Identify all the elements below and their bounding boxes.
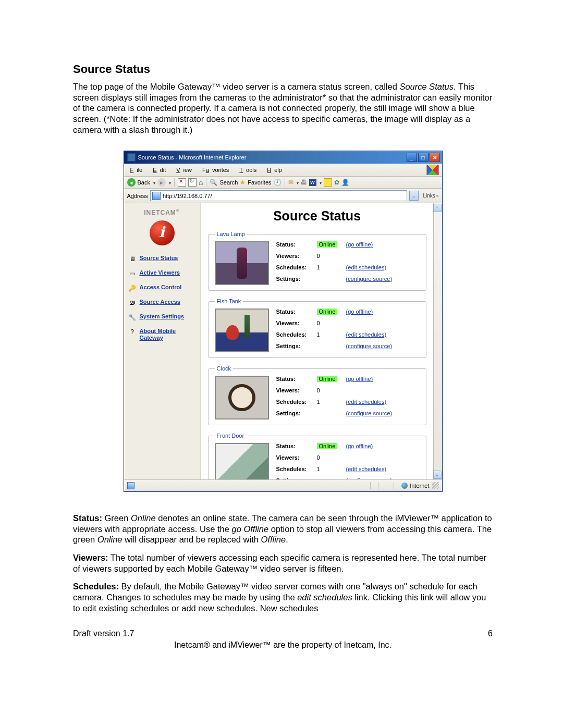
messenger-icon[interactable]: 👤	[341, 179, 349, 186]
footer-page: 6	[488, 629, 493, 638]
edit-dropdown-icon[interactable]	[319, 179, 322, 186]
status-badge: Online	[317, 241, 338, 248]
minimize-button[interactable]: _	[407, 153, 417, 162]
sidebar-item-0[interactable]: 🖥Source Status	[128, 255, 196, 263]
status-seg	[394, 482, 399, 489]
schedules-value: 1	[317, 331, 346, 341]
refresh-icon[interactable]	[188, 178, 197, 187]
discuss-icon[interactable]	[324, 178, 332, 187]
menu-file[interactable]: File	[127, 166, 149, 174]
label-schedules: Schedules:	[276, 331, 317, 341]
resize-grip-icon[interactable]	[432, 482, 439, 489]
menu-view[interactable]: View	[173, 166, 198, 174]
search-button[interactable]: Search	[219, 179, 238, 186]
forward-icon[interactable]: ►	[157, 178, 166, 187]
label-schedules: Schedules:	[276, 399, 317, 408]
source-2: ClockStatus:Online(go offline)Viewers:0S…	[208, 365, 426, 425]
history-icon[interactable]: 🕘	[274, 179, 282, 186]
configure-source-link[interactable]: (configure source)	[346, 343, 393, 349]
nav-link[interactable]: About Mobile Gateway	[140, 328, 196, 341]
forward-dropdown-icon[interactable]	[168, 179, 171, 186]
favorites-star-icon[interactable]: ★	[240, 179, 246, 186]
window-title: Source Status - Microsoft Internet Explo…	[138, 154, 247, 161]
close-button[interactable]: ✕	[430, 153, 440, 162]
nav-icon: 🖳	[128, 299, 137, 307]
sidebar-item-4[interactable]: 🔧System Settings	[128, 313, 196, 322]
print-icon[interactable]: 🖶	[301, 179, 307, 186]
menu-help[interactable]: Help	[264, 166, 288, 174]
sidebar-item-2[interactable]: 🔑Access Control	[128, 284, 196, 292]
label-viewers: Viewers:	[276, 387, 317, 397]
search-icon[interactable]: 🔍	[210, 179, 217, 186]
back-dropdown-icon[interactable]	[152, 179, 155, 186]
go-offline-link[interactable]: (go offline)	[346, 376, 373, 382]
footer-copyright: Inetcam® and iMViewer™ are the property …	[73, 640, 493, 650]
go-offline-link[interactable]: (go offline)	[346, 443, 373, 449]
edit-schedules-link[interactable]: (edit schedules)	[346, 466, 387, 472]
configure-source-link[interactable]: (configure source)	[346, 276, 393, 282]
edit-schedules-link[interactable]: (edit schedules)	[346, 264, 387, 270]
scroll-down-icon[interactable]: ⌄	[433, 471, 442, 479]
scroll-up-icon[interactable]: ⌃	[433, 204, 442, 212]
sidebar-item-5[interactable]: ?About Mobile Gateway	[128, 328, 196, 341]
research-icon[interactable]: ✿	[334, 179, 339, 186]
back-icon[interactable]: ◄	[127, 178, 136, 187]
links-button[interactable]: Links	[423, 193, 438, 199]
source-0: Lava LampStatus:Online(go offline)Viewer…	[208, 231, 426, 291]
configure-source-link[interactable]: (configure source)	[346, 410, 393, 416]
internet-zone-icon	[401, 483, 408, 489]
status-badge: Online	[317, 376, 338, 382]
windows-flag-icon	[426, 165, 439, 175]
separator	[206, 178, 206, 187]
nav-link[interactable]: Source Status	[140, 255, 178, 262]
menubar: File Edit View Favorites Tools Help	[124, 164, 442, 177]
nav-link[interactable]: Access Control	[140, 284, 182, 291]
favorites-button[interactable]: Favorites	[248, 179, 271, 186]
page-title: Source Status	[208, 208, 426, 224]
menu-tools[interactable]: Tools	[236, 166, 263, 174]
label-status: Status:	[276, 376, 317, 385]
home-icon[interactable]: ⌂	[199, 178, 203, 187]
nav-link[interactable]: Source Access	[140, 299, 180, 305]
source-1: Fish TankStatus:Online(go offline)Viewer…	[208, 298, 426, 358]
edit-schedules-link[interactable]: (edit schedules)	[346, 331, 387, 338]
viewers-value: 0	[317, 454, 346, 464]
edit-word-icon[interactable]: W	[309, 179, 316, 186]
menu-edit[interactable]: Edit	[150, 166, 172, 174]
toolbar: ◄ Back ► ⌂ 🔍 Search ★ Favorites 🕘 ✉ 🖶 W …	[124, 177, 442, 189]
maximize-button[interactable]: □	[418, 153, 429, 162]
nav-icon: 🔧	[128, 313, 137, 322]
mail-dropdown-icon[interactable]	[296, 179, 299, 186]
configure-source-link[interactable]: (configure source)	[346, 477, 393, 479]
go-offline-link[interactable]: (go offline)	[346, 241, 373, 248]
source-name: Clock	[215, 365, 234, 372]
address-field[interactable]: http://192.168.0.77/	[150, 190, 408, 201]
separator	[174, 178, 175, 187]
footer-version: Draft version 1.7	[73, 629, 134, 638]
status-seg	[386, 482, 391, 489]
viewers-value: 0	[317, 253, 346, 262]
page-icon	[152, 192, 161, 200]
doc-intro: The top page of the Mobile Gateway™ vide…	[73, 81, 493, 135]
source-name: Fish Tank	[215, 298, 243, 304]
source-3: Front DoorStatus:Online(go offline)Viewe…	[208, 433, 426, 479]
brand-logo-icon	[150, 220, 175, 245]
label-viewers: Viewers:	[276, 454, 317, 464]
label-status: Status:	[276, 241, 317, 251]
nav-icon: 🔑	[128, 284, 137, 292]
doc-p-status: Status: Green Online denotes an online s…	[73, 513, 493, 545]
sidebar-item-3[interactable]: 🖳Source Access	[128, 299, 196, 307]
source-name: Front Door	[215, 433, 247, 439]
go-offline-link[interactable]: (go offline)	[346, 309, 373, 315]
address-dropdown-icon[interactable]: ⌄	[409, 191, 419, 201]
sidebar-item-1[interactable]: ▭Active Viewers	[128, 269, 196, 278]
menu-favorites[interactable]: Favorites	[199, 166, 235, 174]
doc-p-schedules: Schedules: By default, the Mobile Gatewa…	[73, 581, 493, 613]
back-button[interactable]: Back	[138, 179, 150, 186]
mail-icon[interactable]: ✉	[288, 179, 293, 186]
nav-link[interactable]: Active Viewers	[140, 269, 180, 276]
nav-link[interactable]: System Settings	[140, 313, 185, 320]
edit-schedules-link[interactable]: (edit schedules)	[346, 399, 387, 405]
stop-icon[interactable]	[178, 178, 186, 187]
status-badge: Online	[317, 443, 338, 449]
